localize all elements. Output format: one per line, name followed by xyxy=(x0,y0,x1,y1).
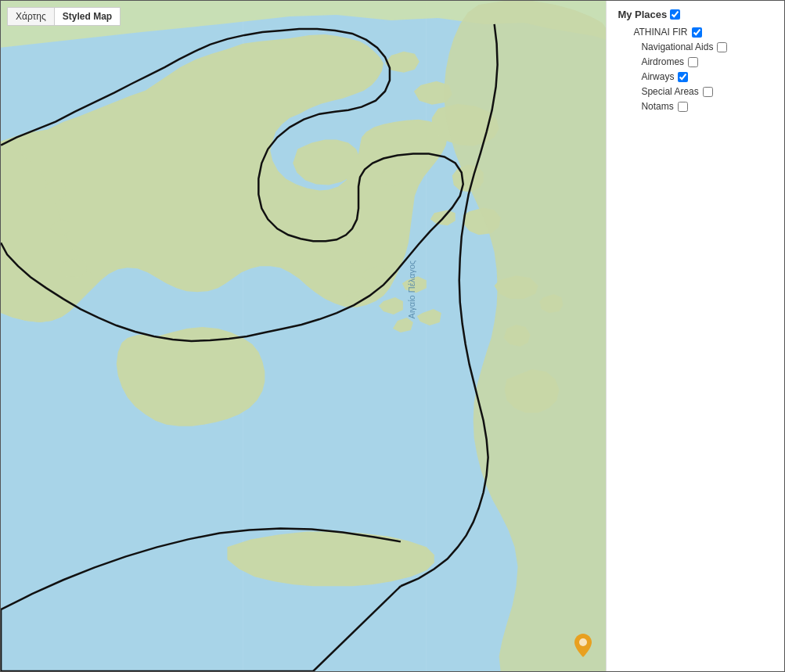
navigational-aids-checkbox[interactable] xyxy=(717,42,727,52)
sidebar-item-airways: Airways xyxy=(618,71,773,82)
tab-styled-map[interactable]: Styled Map xyxy=(55,8,120,25)
sidebar-item-special-areas: Special Areas xyxy=(618,86,773,97)
athinai-fir-checkbox[interactable] xyxy=(692,27,702,38)
notams-label: Notams xyxy=(625,101,673,112)
airways-label: Airways xyxy=(625,71,674,82)
sidebar-title-text: My Places xyxy=(618,9,667,20)
notams-checkbox[interactable] xyxy=(678,102,688,112)
map-marker-icon[interactable] xyxy=(574,634,592,657)
my-places-checkbox[interactable] xyxy=(670,9,680,20)
sidebar: My Places ATHINAI FIR Navigational Aids … xyxy=(606,1,784,671)
sidebar-item-athinai-fir: ATHINAI FIR xyxy=(618,27,773,38)
sidebar-item-navigational-aids: Navigational Aids xyxy=(618,41,773,52)
map-tabs: Χάρτης Styled Map xyxy=(7,7,121,26)
sidebar-items: ATHINAI FIR Navigational Aids Airdromes … xyxy=(618,27,773,112)
athinai-fir-label: ATHINAI FIR xyxy=(625,27,687,38)
map-svg: Αιγαίο Πέλαγος xyxy=(1,1,606,671)
airdromes-label: Airdromes xyxy=(625,56,684,67)
special-areas-checkbox[interactable] xyxy=(703,87,713,97)
sidebar-title: My Places xyxy=(618,9,773,20)
svg-point-4 xyxy=(579,638,587,646)
sidebar-item-airdromes: Airdromes xyxy=(618,56,773,67)
sidebar-item-notams: Notams xyxy=(618,101,773,112)
special-areas-label: Special Areas xyxy=(625,86,698,97)
navigational-aids-label: Navigational Aids xyxy=(625,41,713,52)
airways-checkbox[interactable] xyxy=(678,72,688,82)
tab-map[interactable]: Χάρτης xyxy=(8,8,55,25)
app: Χάρτης Styled Map xyxy=(0,0,785,672)
airdromes-checkbox[interactable] xyxy=(688,57,698,67)
map-container: Χάρτης Styled Map xyxy=(1,1,606,671)
svg-text:Αιγαίο Πέλαγος: Αιγαίο Πέλαγος xyxy=(407,261,416,319)
